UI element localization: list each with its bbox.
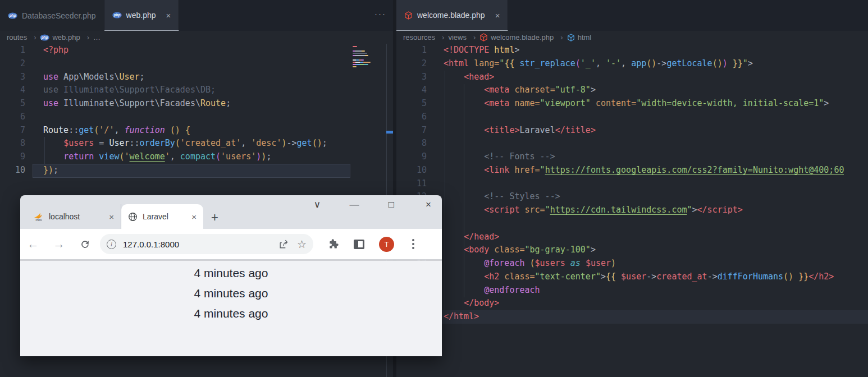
editor-tab-bar-right: welcome.blade.php× bbox=[396, 0, 868, 31]
code-line: 1<?php bbox=[0, 44, 393, 57]
tab-close-icon[interactable]: × bbox=[495, 11, 500, 20]
code-line: 20 </body> bbox=[396, 297, 868, 310]
code-line: 5use Illuminate\Support\Facades\Route; bbox=[0, 97, 393, 111]
line-number: 8 bbox=[396, 137, 427, 150]
code-text bbox=[427, 177, 444, 191]
code-text: <head> bbox=[427, 71, 494, 84]
tab-label: welcome.blade.php bbox=[417, 11, 485, 20]
bookmark-star-icon[interactable]: ☆ bbox=[297, 239, 307, 250]
browser-tab-localhost[interactable]: PMAlocalhost× bbox=[26, 204, 121, 229]
browser-tab-title: Laravel bbox=[143, 212, 184, 221]
back-button[interactable]: ← bbox=[20, 237, 46, 251]
line-number: 8 bbox=[0, 137, 25, 150]
url-text[interactable]: 127.0.0.1:8000 bbox=[123, 240, 270, 249]
line-number: 10 bbox=[0, 164, 25, 177]
breadcrumb-item-welcomebladephp[interactable]: welcome.blade.php bbox=[479, 33, 567, 42]
code-text: Route::get('/', function () { bbox=[25, 124, 190, 137]
profile-avatar[interactable]: T bbox=[379, 237, 394, 252]
breadcrumb-item-html[interactable]: html bbox=[567, 33, 592, 42]
code-text: <script src="https://cdn.tailwindcss.com… bbox=[427, 204, 743, 217]
code-line: 11 bbox=[396, 177, 868, 191]
line-number: 10 bbox=[396, 164, 427, 177]
minimap[interactable] bbox=[353, 46, 376, 68]
breadcrumb-item-webphp[interactable]: phpweb.php bbox=[40, 33, 93, 42]
share-icon[interactable] bbox=[278, 238, 289, 250]
breadcrumb-item-views[interactable]: views bbox=[448, 33, 479, 42]
breadcrumb-item-routes[interactable]: routes bbox=[7, 33, 40, 42]
breadcrumb-item-[interactable]: … bbox=[93, 33, 100, 42]
breadcrumb-label: … bbox=[93, 33, 100, 42]
code-line: 10}); bbox=[0, 164, 393, 177]
more-actions-button[interactable]: ··· bbox=[374, 9, 386, 19]
code-line: 8 bbox=[396, 137, 868, 150]
new-tab-button[interactable]: + bbox=[211, 212, 218, 223]
code-line: 21</html> bbox=[396, 310, 868, 324]
svg-text:PMA: PMA bbox=[36, 219, 42, 222]
side-panel-icon[interactable] bbox=[354, 240, 364, 249]
line-number: 7 bbox=[0, 124, 25, 137]
svg-text:php: php bbox=[113, 13, 120, 17]
refresh-button[interactable] bbox=[72, 239, 98, 250]
line-number: 2 bbox=[0, 57, 25, 71]
editor-tab-welcome-blade-php[interactable]: welcome.blade.php× bbox=[396, 0, 508, 31]
browser-toolbar: ← → i 127.0.0.1:8000 ☆ T bbox=[20, 229, 442, 260]
code-line: 2<html lang="{{ str_replace('_', '-', ap… bbox=[396, 57, 868, 71]
breadcrumb-label: welcome.blade.php bbox=[491, 33, 554, 42]
breadcrumb-item-resources[interactable]: resources bbox=[403, 33, 448, 42]
svg-text:php: php bbox=[41, 35, 48, 40]
maximize-button[interactable]: □ bbox=[386, 199, 397, 210]
site-info-icon[interactable]: i bbox=[107, 240, 116, 249]
code-text bbox=[427, 111, 444, 124]
code-text: @endforeach bbox=[427, 284, 540, 297]
globe-icon bbox=[128, 212, 138, 222]
timestamp-text: 4 minutes ago bbox=[20, 283, 442, 304]
svg-text:php: php bbox=[9, 13, 16, 18]
code-line: 10 <link href="https://fonts.googleapis.… bbox=[396, 164, 868, 177]
code-text: return view('welcome', compact('users'))… bbox=[25, 150, 271, 164]
timestamp-text: 4 minutes ago bbox=[20, 304, 442, 324]
code-text: }); bbox=[25, 164, 58, 177]
browser-tab-laravel[interactable]: Laravel× bbox=[121, 204, 203, 229]
code-text: <!-- Styles --> bbox=[427, 190, 560, 204]
forward-button[interactable]: → bbox=[46, 237, 72, 251]
code-text: <link href="https://fonts.googleapis.com… bbox=[427, 164, 844, 177]
code-line: 6 bbox=[396, 111, 868, 124]
code-editor[interactable]: 1<!DOCTYPE html>2<html lang="{{ str_repl… bbox=[396, 44, 868, 377]
tab-close-icon[interactable]: × bbox=[191, 212, 197, 222]
close-button[interactable]: × bbox=[423, 199, 434, 210]
code-line: 18 <h2 class="text-center">{{ $user->cre… bbox=[396, 270, 868, 284]
php-icon: php bbox=[40, 34, 49, 41]
browser-window: ∨—□× PMAlocalhost×Laravel×+ ← → i 127.0.… bbox=[20, 195, 442, 356]
code-text: use Illuminate\Support\Facades\DB; bbox=[25, 84, 216, 97]
tab-close-icon[interactable]: × bbox=[109, 212, 114, 222]
line-number: 11 bbox=[396, 177, 427, 191]
code-line: 13 <script src="https://cdn.tailwindcss.… bbox=[396, 204, 868, 217]
browser-tabs: PMAlocalhost×Laravel×+ bbox=[26, 203, 218, 229]
minimize-button[interactable]: — bbox=[349, 199, 360, 210]
line-number: 7 bbox=[396, 124, 427, 137]
code-line: 3 <head> bbox=[396, 71, 868, 84]
restore-down-button[interactable]: ∨ bbox=[312, 199, 323, 210]
code-text: <title>Laravel</title> bbox=[427, 124, 596, 137]
laravel-icon bbox=[479, 33, 488, 42]
browser-menu-icon[interactable] bbox=[409, 238, 418, 250]
code-text: <meta name="viewport" content="width=dev… bbox=[427, 97, 829, 111]
code-line: 2 bbox=[0, 57, 393, 71]
code-text: <html lang="{{ str_replace('_', '-', app… bbox=[427, 57, 753, 71]
extensions-puzzle-icon[interactable] bbox=[328, 238, 339, 250]
breadcrumb: routesphpweb.php… bbox=[0, 31, 393, 44]
editor-tab-DatabaseSeeder-php[interactable]: phpDatabaseSeeder.php bbox=[0, 0, 104, 31]
webpage-content: 4 minutes ago4 minutes ago4 minutes ago bbox=[20, 260, 442, 356]
overview-ruler-cursor-marker bbox=[386, 131, 393, 134]
code-line: 3use App\Models\User; bbox=[0, 71, 393, 84]
line-number: 9 bbox=[396, 150, 427, 164]
address-bar[interactable]: i 127.0.0.1:8000 ☆ bbox=[100, 234, 313, 254]
line-number: 4 bbox=[0, 84, 25, 97]
timestamp-text: 4 minutes ago bbox=[20, 263, 442, 283]
code-text: <!-- Fonts --> bbox=[427, 150, 555, 164]
line-number: 1 bbox=[396, 44, 427, 57]
browser-tab-strip: ∨—□× PMAlocalhost×Laravel×+ bbox=[20, 195, 442, 229]
window-controls: ∨—□× bbox=[312, 199, 434, 210]
editor-tab-web-php[interactable]: phpweb.php× bbox=[104, 0, 180, 31]
tab-close-icon[interactable]: × bbox=[166, 11, 171, 20]
